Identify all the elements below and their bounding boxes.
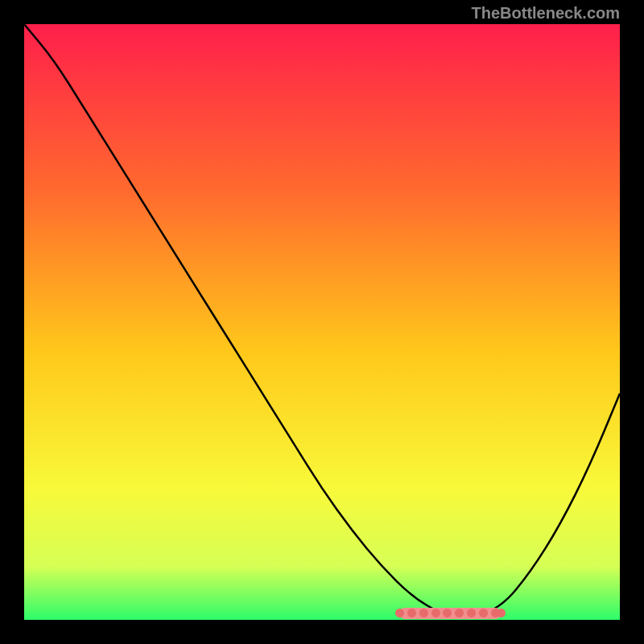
bottleneck-curve (24, 24, 620, 620)
optimal-dot (479, 609, 488, 617)
optimal-dot (407, 609, 416, 617)
watermark-text: TheBottleneck.com (472, 4, 620, 23)
plot-area (24, 24, 620, 620)
optimal-dot (467, 609, 476, 617)
optimal-dot (431, 609, 440, 617)
chart-container: TheBottleneck.com (0, 0, 644, 644)
optimal-dot (497, 609, 506, 617)
optimal-dot (419, 609, 428, 617)
